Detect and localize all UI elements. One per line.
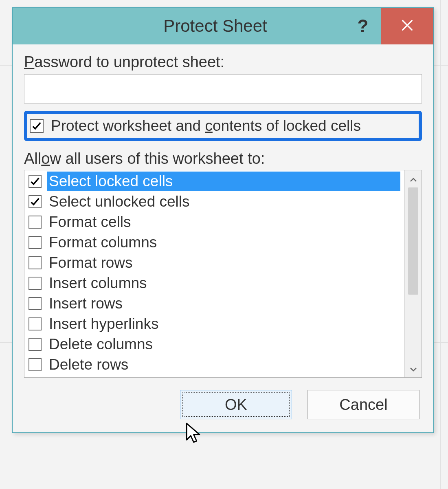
- check-icon: [29, 196, 41, 207]
- permission-checkbox[interactable]: [29, 358, 42, 371]
- permission-checkbox[interactable]: [29, 317, 42, 330]
- scroll-down-button[interactable]: [405, 360, 422, 377]
- permission-checkbox[interactable]: [29, 297, 42, 310]
- permission-item[interactable]: Format rows: [27, 253, 404, 273]
- permission-label: Insert rows: [47, 294, 400, 313]
- password-label: Password to unprotect sheet:: [24, 53, 422, 71]
- permission-item[interactable]: Select locked cells: [27, 171, 404, 192]
- permission-label: Delete rows: [47, 355, 400, 374]
- permission-checkbox[interactable]: [29, 236, 42, 249]
- ok-button-label: OK: [225, 396, 247, 414]
- permission-item[interactable]: Delete columns: [27, 334, 404, 355]
- permission-checkbox[interactable]: [29, 256, 42, 269]
- permission-label: Insert columns: [47, 273, 400, 293]
- dialog-body: Password to unprotect sheet: Protect wor…: [13, 44, 433, 432]
- cancel-button-label: Cancel: [339, 396, 387, 414]
- permission-label: Format columns: [47, 233, 400, 252]
- password-input[interactable]: [24, 74, 422, 104]
- permission-label: Format cells: [47, 212, 400, 232]
- permission-label: Delete columns: [47, 335, 400, 354]
- scroll-up-button[interactable]: [405, 170, 422, 187]
- cancel-button[interactable]: Cancel: [307, 390, 419, 419]
- permissions-listbox[interactable]: Select locked cellsSelect unlocked cells…: [24, 170, 422, 378]
- chevron-down-icon: [410, 363, 417, 374]
- permission-label: Select unlocked cells: [47, 192, 400, 211]
- close-icon: [400, 18, 414, 34]
- titlebar[interactable]: Protect Sheet ?: [13, 8, 433, 44]
- chevron-up-icon: [410, 173, 417, 185]
- permission-item[interactable]: Insert rows: [27, 293, 404, 314]
- scroll-track[interactable]: [405, 187, 422, 360]
- spreadsheet-backdrop: Protect Sheet ? Password to unprotect sh…: [0, 0, 448, 489]
- permission-item[interactable]: Delete rows: [27, 355, 404, 375]
- help-icon: ?: [358, 16, 369, 36]
- protect-checkbox[interactable]: [30, 119, 44, 133]
- permission-item[interactable]: Insert hyperlinks: [27, 314, 404, 334]
- allow-users-label: Allow all users of this worksheet to:: [24, 150, 422, 167]
- permission-label: Insert hyperlinks: [47, 314, 400, 334]
- ok-button[interactable]: OK: [180, 390, 292, 419]
- permission-label: Format rows: [47, 253, 400, 273]
- permission-item[interactable]: Select unlocked cells: [27, 192, 404, 212]
- permission-checkbox[interactable]: [29, 216, 42, 229]
- permission-item[interactable]: Insert columns: [27, 273, 404, 293]
- permission-item[interactable]: Format columns: [27, 232, 404, 253]
- permissions-list-content: Select locked cellsSelect unlocked cells…: [24, 170, 404, 377]
- permission-label: Select locked cells: [47, 172, 400, 191]
- permission-item[interactable]: Format cells: [27, 212, 404, 232]
- permission-checkbox[interactable]: [29, 195, 42, 208]
- permission-checkbox[interactable]: [29, 175, 42, 188]
- permission-checkbox[interactable]: [29, 338, 42, 351]
- scroll-thumb[interactable]: [408, 187, 418, 295]
- highlighted-protect-option: Protect worksheet and contents of locked…: [24, 111, 422, 141]
- protect-checkbox-label: Protect worksheet and contents of locked…: [51, 117, 361, 134]
- protect-sheet-dialog: Protect Sheet ? Password to unprotect sh…: [12, 7, 434, 433]
- check-icon: [29, 176, 41, 187]
- close-button[interactable]: [381, 8, 433, 44]
- check-icon: [31, 120, 42, 132]
- permission-checkbox[interactable]: [29, 277, 42, 290]
- scrollbar[interactable]: [404, 170, 422, 377]
- help-button[interactable]: ?: [345, 8, 381, 44]
- dialog-title: Protect Sheet: [13, 16, 345, 36]
- dialog-button-row: OK Cancel: [24, 390, 422, 419]
